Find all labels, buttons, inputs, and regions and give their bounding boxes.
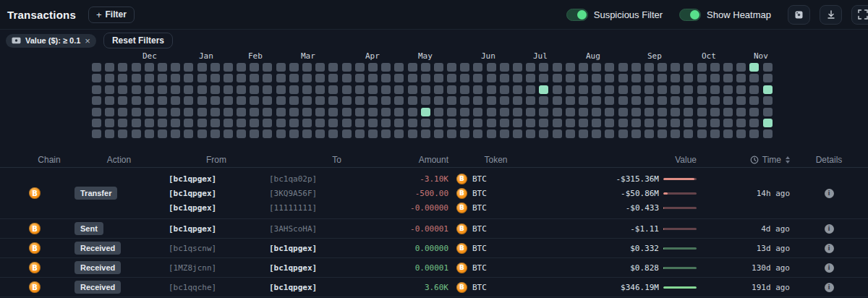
heatmap-cell[interactable] [684,119,693,127]
heatmap-cell[interactable] [276,85,286,94]
heatmap-cell[interactable] [447,85,456,94]
heatmap-cell[interactable] [658,129,667,138]
heatmap-cell[interactable] [500,108,509,116]
heatmap-cell[interactable] [421,108,430,116]
heatmap-cell[interactable] [394,108,404,116]
heatmap-cell[interactable] [487,74,496,82]
heatmap-cell[interactable] [566,108,575,116]
heatmap-cell[interactable] [132,74,141,82]
from-address[interactable]: [bc1qpgex] [169,200,264,215]
heatmap-cell[interactable] [394,74,404,82]
heatmap-cell[interactable] [631,108,641,116]
heatmap-cell[interactable] [671,119,680,127]
heatmap-cell[interactable] [224,96,233,105]
heatmap-cell[interactable] [408,108,417,116]
heatmap-cell[interactable] [408,85,417,94]
heatmap-cell[interactable] [697,108,707,116]
heatmap-cell[interactable] [631,85,641,94]
heatmap-cell[interactable] [697,129,707,138]
details-info-icon[interactable]: i [825,283,834,292]
heatmap-cell[interactable] [92,119,101,127]
heatmap-cell[interactable] [210,119,220,127]
add-filter-button[interactable]: + Filter [88,7,135,23]
details-info-icon[interactable]: i [825,224,834,234]
heatmap-cell[interactable] [644,74,654,82]
heatmap-cell[interactable] [566,119,575,127]
heatmap-cell[interactable] [539,85,548,94]
heatmap-cell[interactable] [105,108,114,116]
heatmap-cell[interactable] [302,85,312,94]
heatmap-cell[interactable] [250,129,259,138]
heatmap-cell[interactable] [579,85,588,94]
snapshot-button[interactable] [788,5,810,25]
heatmap-cell[interactable] [710,108,720,116]
heatmap-cell[interactable] [355,108,365,116]
heatmap-cell[interactable] [447,63,456,72]
heatmap-cell[interactable] [302,129,312,138]
heatmap-cell[interactable] [723,96,733,105]
heatmap-cell[interactable] [237,63,246,72]
heatmap-cell[interactable] [184,85,193,94]
heatmap-cell[interactable] [92,129,101,138]
heatmap-cell[interactable] [328,63,338,72]
heatmap-cell[interactable] [394,129,404,138]
heatmap-cell[interactable] [460,63,469,72]
heatmap-cell[interactable] [302,119,312,127]
heatmap-cell[interactable] [736,96,746,105]
heatmap-cell[interactable] [658,96,667,105]
heatmap-cell[interactable] [171,85,180,94]
heatmap-cell[interactable] [460,119,469,127]
heatmap-cell[interactable] [118,74,127,82]
heatmap-cell[interactable] [224,74,233,82]
heatmap-cell[interactable] [697,96,707,105]
heatmap-cell[interactable] [381,119,391,127]
heatmap-cell[interactable] [355,63,365,72]
heatmap-cell[interactable] [289,74,299,82]
heatmap-cell[interactable] [513,85,522,94]
heatmap-cell[interactable] [355,129,365,138]
details-info-icon[interactable]: i [825,263,834,273]
heatmap-cell[interactable] [210,85,220,94]
heatmap-cell[interactable] [710,85,720,94]
heatmap-cell[interactable] [460,74,469,82]
heatmap-cell[interactable] [342,119,352,127]
heatmap-cell[interactable] [460,85,469,94]
heatmap-cell[interactable] [328,85,338,94]
heatmap-cell[interactable] [526,74,535,82]
heatmap-cell[interactable] [763,108,773,116]
heatmap-cell[interactable] [105,96,114,105]
heatmap-cell[interactable] [237,108,246,116]
heatmap-cell[interactable] [105,63,114,72]
heatmap-cell[interactable] [237,96,246,105]
heatmap-cell[interactable] [658,119,667,127]
heatmap-cell[interactable] [184,63,193,72]
header-time-sort[interactable]: Time [700,155,790,165]
heatmap-cell[interactable] [224,63,233,72]
heatmap-cell[interactable] [355,74,365,82]
heatmap-cell[interactable] [644,108,654,116]
heatmap-cell[interactable] [302,108,312,116]
heatmap-cell[interactable] [171,74,180,82]
heatmap-cell[interactable] [434,129,443,138]
from-address[interactable]: [1MZ8jcnn] [169,258,264,277]
heatmap-cell[interactable] [631,74,641,82]
heatmap-cell[interactable] [315,119,325,127]
heatmap-cell[interactable] [723,129,733,138]
heatmap-cell[interactable] [237,129,246,138]
heatmap-cell[interactable] [434,108,443,116]
heatmap-cell[interactable] [210,96,220,105]
heatmap-cell[interactable] [434,63,443,72]
heatmap-cell[interactable] [513,108,522,116]
heatmap-cell[interactable] [289,85,299,94]
heatmap-cell[interactable] [381,85,391,94]
heatmap-cell[interactable] [671,96,680,105]
heatmap-cell[interactable] [158,108,167,116]
to-address[interactable]: [11111111] [269,200,404,215]
heatmap-cell[interactable] [368,129,378,138]
heatmap-cell[interactable] [237,74,246,82]
heatmap-cell[interactable] [749,74,759,82]
heatmap-cell[interactable] [592,63,601,72]
heatmap-cell[interactable] [250,63,259,72]
heatmap-cell[interactable] [210,129,220,138]
heatmap-cell[interactable] [644,119,654,127]
